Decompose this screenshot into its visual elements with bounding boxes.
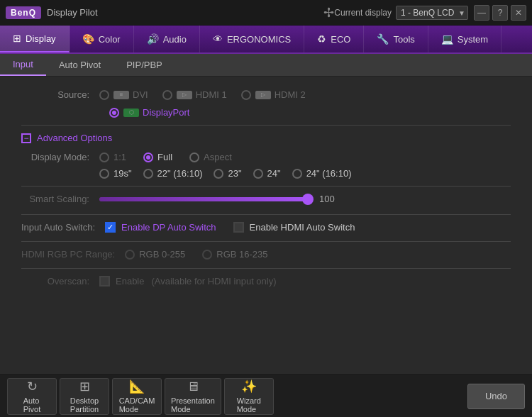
source-displayport[interactable]: ⬡ DisplayPort — [109, 107, 511, 118]
rgb-16-235-radio — [202, 250, 212, 260]
advanced-options-toggle[interactable] — [21, 133, 31, 143]
display-dropdown-wrap: 1 - BenQ LCD 2 - Monitor ▼ — [396, 6, 468, 20]
desktop-partition-button[interactable]: ⊞ DesktopPartition — [60, 378, 109, 415]
tools-tab-label: Tools — [393, 34, 414, 45]
mode-full[interactable]: Full — [143, 152, 172, 162]
logo-area: BenQ Display Pilot — [6, 6, 323, 19]
mode-1-1[interactable]: 1:1 — [99, 152, 126, 162]
tab-ergonomics[interactable]: 👁 ERGONOMICS — [200, 26, 304, 52]
overscan-checkbox-item[interactable]: Enable — [99, 276, 144, 287]
content-area: Source: ≡ DVI ▷ HDMI 1 ▷ HDM — [0, 77, 532, 374]
presentation-button[interactable]: 🖥 PresentationMode — [165, 378, 221, 415]
source-dvi-radio — [99, 90, 109, 100]
overscan-row: Overscan: Enable (Available for HDMI inp… — [21, 276, 511, 287]
dp-auto-switch[interactable]: Enable DP Auto Switch — [105, 222, 216, 233]
subtab-input[interactable]: Input — [0, 54, 46, 76]
size-23-label: 23" — [228, 168, 241, 179]
display-mode-label: Display Mode: — [21, 152, 99, 162]
rgb-0-255-radio — [125, 250, 135, 260]
cad-cam-button[interactable]: 📐 CAD/CAMMode — [112, 378, 162, 415]
size-22[interactable]: 22" (16:10) — [143, 168, 203, 179]
hdmi-auto-checkbox[interactable] — [233, 222, 244, 233]
smart-scaling-row: Smart Scaling: 100 — [21, 194, 511, 204]
auto-pivot-button[interactable]: ↻ AutoPivot — [7, 378, 57, 415]
tab-color[interactable]: 🎨 Color — [70, 26, 134, 52]
hdmi-rgb-options: RGB 0-255 RGB 16-235 — [125, 249, 267, 260]
tab-system[interactable]: 💻 System — [428, 26, 501, 52]
size-19s-label: 19s" — [113, 168, 132, 179]
smart-scaling-fill — [99, 197, 312, 201]
rgb-16-235[interactable]: RGB 16-235 — [202, 249, 267, 260]
subtab-input-label: Input — [13, 59, 33, 70]
display-mode-row: Display Mode: 1:1 Full Aspect — [21, 152, 511, 162]
size-19s[interactable]: 19s" — [99, 168, 132, 179]
display-size-options: 19s" 22" (16:10) 23" 24" 24" (16:10) — [99, 168, 511, 179]
benq-logo: BenQ — [6, 6, 41, 19]
source-dvi[interactable]: ≡ DVI — [99, 89, 148, 100]
audio-tab-label: Audio — [163, 34, 187, 45]
display-tab-icon: ⊞ — [13, 33, 21, 44]
system-tab-label: System — [458, 34, 488, 45]
input-auto-switch-row: Input Auto Switch: Enable DP Auto Switch… — [21, 222, 511, 233]
smart-scaling-value: 100 — [319, 194, 340, 204]
wizard-label: WizardMode — [237, 396, 261, 413]
hdmi-auto-switch[interactable]: Enable HDMI Auto Switch — [233, 222, 355, 233]
tab-display[interactable]: ⊞ Display — [0, 26, 70, 52]
eco-tab-label: ECO — [331, 34, 350, 45]
eco-tab-icon: ♻ — [317, 33, 326, 45]
size-23[interactable]: 23" — [214, 168, 241, 179]
tab-tools[interactable]: 🔧 Tools — [364, 26, 428, 52]
wizard-button[interactable]: ✨ WizardMode — [224, 378, 274, 415]
source-dp-radio — [109, 108, 119, 118]
presentation-label: PresentationMode — [171, 396, 215, 413]
mode-aspect[interactable]: Aspect — [189, 152, 232, 162]
mode-full-radio — [143, 152, 153, 162]
subtab-pip[interactable]: PIP/PBP — [113, 54, 175, 76]
smart-scaling-thumb[interactable] — [302, 194, 314, 205]
dp-auto-label: Enable DP Auto Switch — [121, 222, 216, 233]
tab-audio[interactable]: 🔊 Audio — [134, 26, 200, 52]
minimize-button[interactable]: — — [474, 5, 489, 21]
size-22-radio — [143, 169, 153, 179]
overscan-enable-label: Enable — [116, 276, 144, 287]
undo-button[interactable]: Undo — [467, 384, 525, 409]
source-dvi-label: ≡ DVI — [113, 89, 148, 100]
source-radio-group: ≡ DVI ▷ HDMI 1 ▷ HDMI 2 — [99, 89, 306, 100]
hdmi-rgb-label: HDMI RGB PC Range: — [21, 249, 125, 260]
mode-1-1-label: 1:1 — [113, 152, 126, 162]
help-button[interactable]: ? — [492, 5, 508, 21]
close-button[interactable]: ✕ — [511, 5, 526, 21]
dvi-icon: ≡ — [113, 91, 129, 99]
size-24[interactable]: 24" — [253, 168, 281, 179]
smart-scaling-label: Smart Scaling: — [21, 194, 99, 204]
divider-4 — [21, 241, 511, 242]
smart-scaling-track[interactable] — [99, 197, 312, 201]
size-24-16[interactable]: 24" (16:10) — [292, 168, 352, 179]
desktop-partition-label: DesktopPartition — [70, 396, 99, 413]
presentation-icon: 🖥 — [187, 379, 199, 394]
rgb-0-255[interactable]: RGB 0-255 — [125, 249, 185, 260]
size-24-16-label: 24" (16:10) — [306, 168, 352, 179]
mode-1-1-radio — [99, 152, 109, 162]
subtab-auto-pivot[interactable]: Auto Pivot — [46, 54, 113, 76]
overscan-checkbox[interactable] — [99, 276, 110, 287]
system-tab-icon: 💻 — [441, 33, 453, 45]
auto-pivot-icon: ↻ — [27, 379, 38, 394]
advanced-options-header[interactable]: Advanced Options — [21, 133, 511, 143]
hdmi1-icon: ▷ — [177, 91, 192, 99]
display-dropdown[interactable]: 1 - BenQ LCD 2 - Monitor — [396, 6, 468, 20]
size-19s-radio — [99, 169, 109, 179]
tab-eco[interactable]: ♻ ECO — [304, 26, 364, 52]
size-24-16-radio — [292, 169, 302, 179]
main-nav: ⊞ Display 🎨 Color 🔊 Audio 👁 ERGONOMICS ♻… — [0, 26, 532, 54]
source-hdmi1[interactable]: ▷ HDMI 1 — [162, 89, 227, 100]
source-hdmi2[interactable]: ▷ HDMI 2 — [241, 89, 306, 100]
dp-auto-checkbox[interactable] — [105, 222, 116, 233]
source-hdmi2-label: ▷ HDMI 2 — [255, 89, 306, 100]
size-24-label: 24" — [267, 168, 281, 179]
hdmi-rgb-row: HDMI RGB PC Range: RGB 0-255 RGB 16-235 — [21, 249, 511, 260]
mode-full-label: Full — [157, 152, 172, 162]
hdmi2-icon: ▷ — [255, 91, 271, 99]
size-24-radio — [253, 169, 263, 179]
subtab-auto-pivot-label: Auto Pivot — [59, 60, 101, 70]
